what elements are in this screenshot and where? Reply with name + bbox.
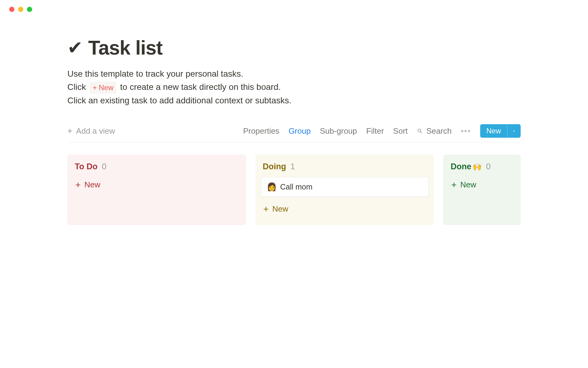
add-card-button[interactable]: + New (73, 177, 241, 190)
inline-new-badge: + New (89, 82, 116, 94)
task-card[interactable]: 👩 Call mom (261, 177, 429, 197)
plus-icon: + (263, 205, 269, 214)
add-card-label: New (460, 180, 476, 190)
add-card-button[interactable]: + New (449, 177, 515, 190)
sub-group-button[interactable]: Sub-group (320, 126, 357, 136)
column-count: 0 (486, 162, 491, 171)
card-emoji-icon: 👩 (267, 182, 277, 192)
plus-icon: + (451, 180, 457, 190)
card-title: Call mom (280, 182, 313, 191)
close-window-icon[interactable] (9, 7, 14, 12)
column-count: 1 (290, 162, 295, 171)
add-card-button[interactable]: + New (261, 201, 429, 214)
maximize-window-icon[interactable] (27, 7, 32, 12)
column-title-text: Done (450, 162, 471, 171)
column-todo[interactable]: To Do 0 + New (67, 155, 246, 225)
column-title: To Do (75, 162, 97, 171)
column-done[interactable]: Done 🙌 0 + New (443, 155, 521, 225)
plus-icon: + (75, 180, 81, 190)
desc-line-2: Click + New to create a new task directl… (67, 80, 521, 94)
column-count: 0 (102, 162, 106, 171)
search-icon (417, 128, 423, 134)
page-title[interactable]: Task list (88, 36, 162, 59)
plus-icon: + (67, 127, 72, 135)
add-card-label: New (85, 180, 100, 190)
add-card-label: New (272, 204, 288, 214)
page-title-row: ✔ Task list (67, 36, 521, 59)
desc-text: to create a new task directly on this bo… (120, 82, 281, 92)
new-button[interactable]: New (480, 124, 507, 138)
page-icon[interactable]: ✔ (67, 39, 83, 57)
window-traffic-lights (0, 0, 588, 12)
chevron-down-icon (512, 129, 516, 133)
column-header[interactable]: Doing 1 (261, 161, 429, 177)
column-title: Done 🙌 (450, 162, 482, 171)
minimize-window-icon[interactable] (18, 7, 23, 12)
more-options-button[interactable]: ••• (461, 126, 471, 136)
plus-icon: + (92, 82, 97, 93)
desc-line-1: Use this template to track your personal… (67, 67, 521, 80)
search-button[interactable]: Search (417, 126, 451, 136)
add-view-label: Add a view (76, 126, 115, 136)
new-button-group: New (480, 124, 521, 138)
kanban-board: To Do 0 + New Doing 1 👩 Call mom + New (67, 155, 521, 225)
desc-text: Click (67, 82, 86, 92)
desc-line-3: Click an existing task to add additional… (67, 94, 521, 107)
database-toolbar: + Add a view Properties Group Sub-group … (67, 124, 521, 142)
properties-button[interactable]: Properties (243, 126, 280, 136)
column-title: Doing (263, 162, 286, 171)
column-header[interactable]: To Do 0 (73, 161, 241, 177)
inline-new-label: New (99, 82, 113, 93)
raised-hands-icon: 🙌 (473, 163, 482, 171)
page-description[interactable]: Use this template to track your personal… (67, 67, 521, 107)
column-header[interactable]: Done 🙌 0 (449, 161, 515, 177)
group-button[interactable]: Group (288, 126, 311, 136)
sort-button[interactable]: Sort (393, 126, 408, 136)
filter-button[interactable]: Filter (366, 126, 384, 136)
column-doing[interactable]: Doing 1 👩 Call mom + New (255, 155, 434, 225)
new-button-dropdown[interactable] (507, 124, 521, 138)
add-view-button[interactable]: + Add a view (67, 126, 115, 136)
search-label: Search (426, 126, 451, 136)
